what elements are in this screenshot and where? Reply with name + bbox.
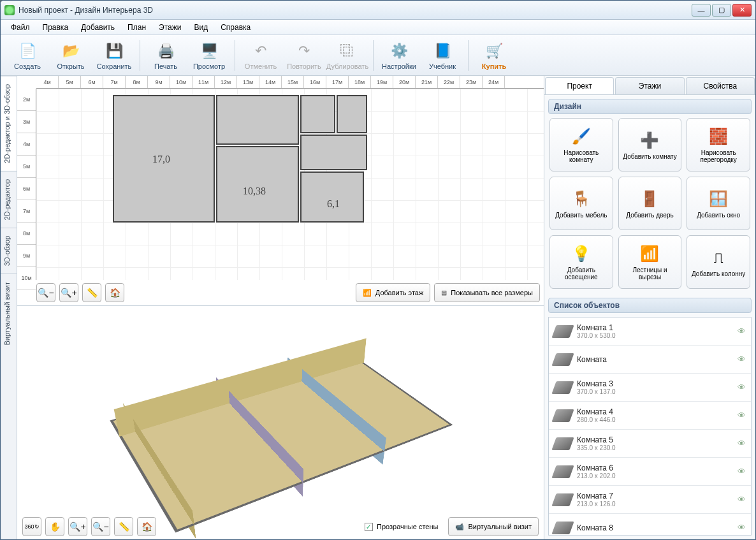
toolbar-separator xyxy=(140,40,140,71)
visibility-toggle[interactable]: 👁 xyxy=(738,354,746,364)
object-row[interactable]: Комната 6213.0 x 202.0👁 xyxy=(549,458,751,486)
visibility-toggle[interactable]: 👁 xyxy=(738,467,746,476)
object-row[interactable]: Комната 3370.0 x 137.0👁 xyxy=(549,374,751,402)
view-2d[interactable]: 4м5м6м7м8м9м10м11м12м13м14м15м16м17м18м1… xyxy=(17,76,544,305)
lefttab-3[interactable]: Виртуальный визит xyxy=(1,274,17,353)
lefttab-0[interactable]: 2D-редактор и 3D-обзор xyxy=(1,76,17,171)
pan-button[interactable]: ✋ xyxy=(45,517,64,536)
room[interactable] xyxy=(300,95,335,133)
room[interactable]: 17,0 xyxy=(113,95,215,223)
add-room-tool[interactable]: ➕Добавить комнату xyxy=(618,118,682,171)
add-window-icon: 🪟 xyxy=(708,189,729,209)
settings-button[interactable]: ⚙️Настройки xyxy=(377,38,421,73)
titlebar: Новый проект - Дизайн Интерьера 3D — ▢ ✕ xyxy=(1,1,755,20)
object-dimensions: 213.0 x 126.0 xyxy=(577,500,732,507)
object-row[interactable]: Комната 8👁 xyxy=(549,514,751,536)
add-light-tool[interactable]: 💡Добавить освещение xyxy=(549,235,613,289)
preview-icon: 🖥️ xyxy=(199,41,219,61)
add-window-tool[interactable]: 🪟Добавить окно xyxy=(687,177,750,230)
zoom-out-3d-button[interactable]: 🔍− xyxy=(91,517,110,536)
close-button[interactable]: ✕ xyxy=(732,4,752,17)
menu-Этажи[interactable]: Этажи xyxy=(154,22,186,33)
visibility-toggle[interactable]: 👁 xyxy=(738,326,746,336)
floor-plan[interactable]: 17,010,386,1 xyxy=(113,95,368,242)
measure-3d-button[interactable]: 📏 xyxy=(114,517,133,536)
window-title: Новый проект - Дизайн Интерьера 3D xyxy=(18,6,692,15)
room-label: 10,38 xyxy=(243,186,266,197)
redo-icon: ↷ xyxy=(294,41,314,61)
room[interactable] xyxy=(216,95,299,145)
minimize-button[interactable]: — xyxy=(692,4,711,17)
virtual-visit-button[interactable]: 📹Виртуальный визит xyxy=(448,517,539,536)
create-button[interactable]: 📄Создать xyxy=(6,38,49,73)
object-row[interactable]: Комната👁 xyxy=(549,346,751,374)
rotate360-button[interactable]: 360↻ xyxy=(22,517,41,536)
measure-button[interactable]: 📏 xyxy=(82,283,101,302)
toolbar-2d: 🔍− 🔍+ 📏 🏠 📶Добавить этаж ⊞Показывать все… xyxy=(36,282,540,303)
transparent-walls-checkbox[interactable]: ✓ Прозрачные стены xyxy=(358,517,444,536)
open-icon: 📂 xyxy=(61,41,81,61)
rtab-Проект[interactable]: Проект xyxy=(545,77,614,94)
room[interactable]: 10,38 xyxy=(216,146,299,223)
toolbar-separator xyxy=(468,40,469,71)
home-3d-button[interactable]: 🏠 xyxy=(137,517,156,536)
object-name: Комната 8 xyxy=(577,523,732,532)
tutorial-icon: 📘 xyxy=(432,41,453,61)
menu-Вид[interactable]: Вид xyxy=(189,22,213,33)
save-button[interactable]: 💾Сохранить xyxy=(92,38,136,73)
menu-План[interactable]: План xyxy=(122,22,151,33)
add-floor-button[interactable]: 📶Добавить этаж xyxy=(356,283,430,302)
tutorial-button[interactable]: 📘Учебник xyxy=(421,38,464,73)
draw-wall-icon: 🧱 xyxy=(708,126,729,147)
zoom-in-button[interactable]: 🔍+ xyxy=(59,283,78,302)
house-3d-model[interactable] xyxy=(110,351,453,532)
view-3d[interactable]: 360↻ ✋ 🔍+ 🔍− 📏 🏠 ✓ Прозрачные стены 📹Вир… xyxy=(17,305,544,539)
draw-room-tool[interactable]: 🖌️Нарисовать комнату xyxy=(549,118,613,171)
menu-Правка[interactable]: Правка xyxy=(38,22,74,33)
visibility-toggle[interactable]: 👁 xyxy=(738,523,746,532)
draw-wall-tool[interactable]: 🧱Нарисовать перегородку xyxy=(687,118,750,171)
menu-Добавить[interactable]: Добавить xyxy=(76,22,120,33)
stairs-tool[interactable]: 📶Лестницы и вырезы xyxy=(618,235,682,289)
lefttab-2[interactable]: 3D-обзор xyxy=(1,228,17,274)
object-row[interactable]: Комната 7213.0 x 126.0👁 xyxy=(549,486,751,514)
buy-button[interactable]: 🛒Купить xyxy=(472,38,516,73)
camera-icon: 📹 xyxy=(455,523,464,531)
duplicate-button: ⿻Дублировать xyxy=(326,38,369,73)
lefttab-1[interactable]: 2D-редактор xyxy=(1,171,17,228)
room-icon xyxy=(551,437,574,450)
visibility-toggle[interactable]: 👁 xyxy=(738,439,746,448)
open-button[interactable]: 📂Открыть xyxy=(49,38,92,73)
object-name: Комната 3 xyxy=(577,379,732,388)
objects-list[interactable]: Комната 1370.0 x 530.0👁Комната👁Комната 3… xyxy=(548,317,752,536)
room-icon xyxy=(551,353,574,366)
rtab-Свойства[interactable]: Свойства xyxy=(686,77,755,94)
add-furniture-tool[interactable]: 🪑Добавить мебель xyxy=(549,177,613,230)
zoom-out-button[interactable]: 🔍− xyxy=(36,283,55,302)
room[interactable]: 6,1 xyxy=(300,171,364,223)
add-column-icon: ⎍ xyxy=(708,247,729,268)
visibility-toggle[interactable]: 👁 xyxy=(738,383,746,392)
checkbox-icon: ✓ xyxy=(365,523,373,531)
zoom-in-3d-button[interactable]: 🔍+ xyxy=(68,517,87,536)
preview-button[interactable]: 🖥️Просмотр xyxy=(187,38,231,73)
object-row[interactable]: Комната 4280.0 x 446.0👁 xyxy=(549,402,751,430)
menu-Файл[interactable]: Файл xyxy=(6,22,35,33)
add-column-tool[interactable]: ⎍Добавить колонну xyxy=(687,235,750,289)
room[interactable] xyxy=(337,95,367,133)
object-row[interactable]: Комната 5335.0 x 230.0👁 xyxy=(549,430,751,458)
show-dimensions-button[interactable]: ⊞Показывать все размеры xyxy=(434,283,540,302)
print-button[interactable]: 🖨️Печать xyxy=(144,38,187,73)
visibility-toggle[interactable]: 👁 xyxy=(738,495,746,504)
toolbar-3d: 360↻ ✋ 🔍+ 🔍− 📏 🏠 ✓ Прозрачные стены 📹Вир… xyxy=(22,516,539,537)
visibility-toggle[interactable]: 👁 xyxy=(738,411,746,420)
menu-Справка[interactable]: Справка xyxy=(215,22,256,33)
object-row[interactable]: Комната 1370.0 x 530.0👁 xyxy=(549,317,751,346)
home-button[interactable]: 🏠 xyxy=(105,283,124,302)
rtab-Этажи[interactable]: Этажи xyxy=(615,77,684,94)
maximize-button[interactable]: ▢ xyxy=(712,4,731,17)
canvas-area: 4м5м6м7м8м9м10м11м12м13м14м15м16м17м18м1… xyxy=(17,76,544,539)
add-door-tool[interactable]: 🚪Добавить дверь xyxy=(618,177,682,230)
window-controls: — ▢ ✕ xyxy=(692,4,752,17)
room[interactable] xyxy=(300,135,367,170)
